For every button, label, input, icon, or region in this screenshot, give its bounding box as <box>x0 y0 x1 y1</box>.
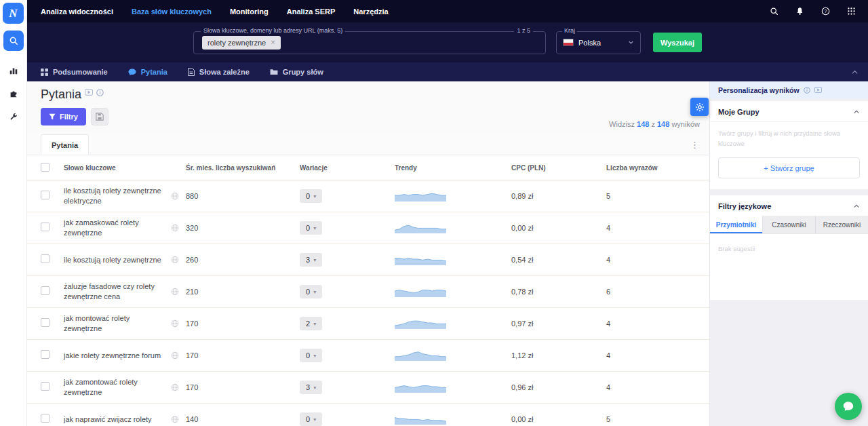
chevron-up-icon[interactable] <box>853 109 860 115</box>
keyword-text[interactable]: żaluzje fasadowe czy rolety zewnętrzne c… <box>64 282 167 301</box>
tab-pytania[interactable]: Pytania <box>41 134 89 155</box>
keyword-text[interactable]: jakie rolety zewnętrzne forum <box>64 351 167 361</box>
nav-item-5[interactable]: Narzędzia <box>353 7 388 16</box>
row-checkbox[interactable] <box>41 191 50 199</box>
cpc-value: 0,54 zł <box>511 256 606 264</box>
right-panel: Personalizacja wyników Moje Grupy Twórz … <box>709 81 868 426</box>
personalization-header[interactable]: Personalizacja wyników <box>710 81 868 98</box>
variations-badge[interactable]: 3▾ <box>300 253 322 267</box>
variations-badge[interactable]: 3▾ <box>300 381 322 394</box>
variations-badge[interactable]: 2▾ <box>300 317 322 330</box>
collapse-chevron-up-icon[interactable] <box>851 69 859 76</box>
variations-badge[interactable]: 0▾ <box>300 412 322 426</box>
nav-item-4[interactable]: Analiza SERP <box>287 7 336 16</box>
charts-tool-icon[interactable] <box>3 62 24 79</box>
serp-globe-icon[interactable] <box>171 224 179 232</box>
row-checkbox[interactable] <box>41 414 50 423</box>
tools-wrench-icon[interactable] <box>3 108 24 125</box>
variations-badge[interactable]: 0▾ <box>300 285 322 298</box>
filters-button[interactable]: Filtry <box>41 108 86 125</box>
section-tab-1[interactable]: Podsumowanie <box>41 68 108 76</box>
keyword-database-tool-icon[interactable] <box>3 31 24 51</box>
chip-remove-icon[interactable]: × <box>271 39 275 46</box>
serp-globe-icon[interactable] <box>171 351 179 360</box>
results-shown-count: 148 <box>637 120 649 128</box>
keyword-text[interactable]: jak montować rolety zewnętrzne <box>64 313 167 333</box>
nav-item-1[interactable]: Analiza widoczności <box>41 7 113 16</box>
row-checkbox[interactable] <box>41 318 50 327</box>
language-tab-3[interactable]: Rzeczowniki <box>816 216 868 233</box>
search-submit-button[interactable]: Wyszukaj <box>653 33 702 52</box>
row-checkbox[interactable] <box>41 382 50 391</box>
keyword-text[interactable]: jak zamaskować rolety zewnętrzne <box>64 218 167 237</box>
cpc-value: 0,89 zł <box>511 192 606 200</box>
apps-grid-icon[interactable] <box>847 7 856 16</box>
table-row[interactable]: jakie rolety zewnętrzne forum1700▾1,12 z… <box>27 340 709 372</box>
serp-globe-icon[interactable] <box>171 320 179 328</box>
keyword-text[interactable]: ile kosztują rolety zewnętrzne elektrycz… <box>64 186 167 206</box>
variations-badge[interactable]: 0▾ <box>300 349 322 362</box>
table-row[interactable]: ile kosztują rolety zewnętrzne elektrycz… <box>27 180 709 212</box>
notifications-bell-icon[interactable] <box>795 7 804 16</box>
my-groups-header[interactable]: Moje Grupy <box>710 101 868 122</box>
row-checkbox[interactable] <box>41 254 50 263</box>
save-filter-button[interactable] <box>91 108 108 125</box>
country-select[interactable]: Kraj Polska <box>556 31 641 54</box>
section-tab-3[interactable]: Słowa zależne <box>188 68 250 76</box>
video-tutorial-icon[interactable] <box>85 89 93 96</box>
row-checkbox[interactable] <box>41 350 50 359</box>
table-row[interactable]: ile kosztują rolety zewnętrzne2603▾0,54 … <box>27 244 709 276</box>
select-all-checkbox[interactable] <box>41 163 50 172</box>
keyword-text[interactable]: jak naprawić zwijacz rolety <box>64 414 167 425</box>
keywords-input[interactable]: Słowa kluczowe, domeny lub adresy URL (m… <box>193 31 546 54</box>
serp-globe-icon[interactable] <box>171 415 179 423</box>
language-tab-2[interactable]: Czasowniki <box>763 216 816 233</box>
table-row[interactable]: jak zamaskować rolety zewnętrzne3200▾0,0… <box>27 212 709 244</box>
senuto-logo[interactable]: N <box>3 3 24 24</box>
serp-globe-icon[interactable] <box>171 383 179 391</box>
keyword-chip[interactable]: rolety zewnętrzne × <box>202 36 281 50</box>
word-count: 4 <box>606 256 709 264</box>
nav-item-2[interactable]: Baza słów kluczowych <box>132 7 212 16</box>
table-row[interactable]: jak zamontować rolety zewnętrzne1703▾0,9… <box>27 372 709 404</box>
info-icon[interactable] <box>96 89 104 96</box>
keyword-text[interactable]: ile kosztują rolety zewnętrzne <box>64 255 167 265</box>
video-icon[interactable] <box>814 87 822 93</box>
help-icon[interactable]: ? <box>821 7 830 16</box>
serp-globe-icon[interactable] <box>171 192 179 200</box>
column-settings-button[interactable] <box>690 98 709 116</box>
row-checkbox[interactable] <box>41 286 50 295</box>
chevron-down-icon <box>628 39 634 45</box>
variations-badge[interactable]: 0▾ <box>300 221 322 235</box>
word-count: 4 <box>606 351 709 360</box>
table-row[interactable]: jak montować rolety zewnętrzne1702▾0,97 … <box>27 308 709 340</box>
variations-badge[interactable]: 0▾ <box>300 189 322 203</box>
plugins-tool-icon[interactable] <box>3 85 24 102</box>
section-tab-4[interactable]: Grupy słów <box>270 68 323 76</box>
serp-globe-icon[interactable] <box>171 288 179 296</box>
app-window: N Analiza widocznościBaza słów kluczowyc… <box>0 0 868 426</box>
search-icon[interactable] <box>770 7 778 16</box>
row-checkbox[interactable] <box>41 222 50 231</box>
keywords-input-label: Słowa kluczowe, domeny lub adresy URL (m… <box>201 27 345 34</box>
navbar-icons: ? <box>770 7 856 16</box>
table-row[interactable]: jak naprawić zwijacz rolety1400▾0,00 zł5 <box>27 404 709 426</box>
chat-icon <box>128 69 136 76</box>
table-row[interactable]: żaluzje fasadowe czy rolety zewnętrzne c… <box>27 276 709 308</box>
info-icon[interactable] <box>804 87 810 94</box>
serp-globe-icon[interactable] <box>171 256 179 264</box>
col-keyword: Słowo kluczowe <box>64 164 186 172</box>
left-rail: N <box>0 0 27 426</box>
nav-item-3[interactable]: Monitoring <box>230 7 269 16</box>
section-tabbar: PodsumowaniePytaniaSłowa zależneGrupy sł… <box>27 62 868 81</box>
chevron-up-icon[interactable] <box>853 203 860 210</box>
language-tab-1[interactable]: Przymiotniki <box>710 216 763 233</box>
keyword-text[interactable]: jak zamontować rolety zewnętrzne <box>64 377 167 397</box>
language-filters-header[interactable]: Filtry językowe <box>710 195 868 216</box>
table-header-row: Słowo kluczowe Śr. mies. liczba wyszukiw… <box>27 155 709 180</box>
create-group-button[interactable]: + Stwórz grupę <box>718 157 860 178</box>
word-count: 5 <box>606 192 709 200</box>
more-options-icon[interactable]: ⋮ <box>690 140 700 150</box>
section-tab-2[interactable]: Pytania <box>128 68 167 76</box>
chat-widget-button[interactable] <box>835 393 862 420</box>
